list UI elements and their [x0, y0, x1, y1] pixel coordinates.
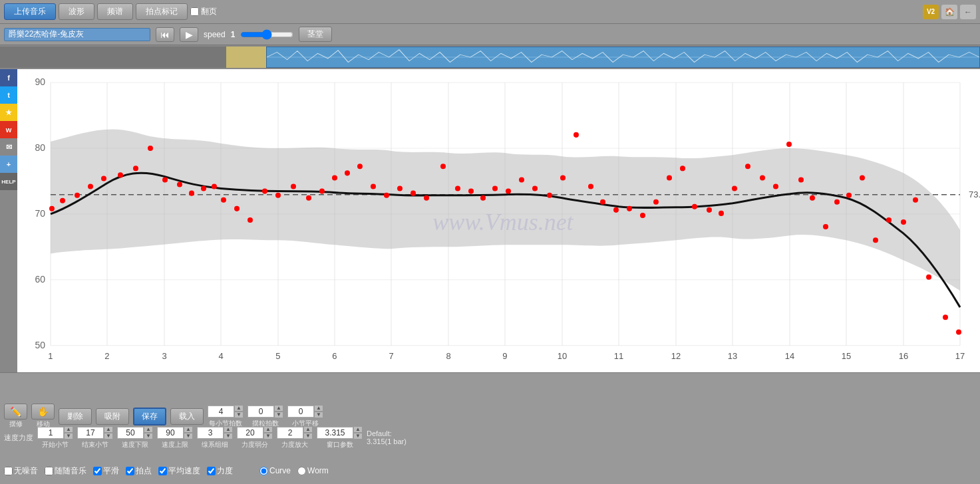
- svg-point-64: [247, 217, 253, 223]
- star-button[interactable]: ★: [0, 104, 17, 121]
- window-param-up[interactable]: ▲: [353, 426, 363, 433]
- confirm-button[interactable]: 茎堂: [299, 27, 332, 42]
- v2-icon[interactable]: V2: [923, 5, 939, 19]
- speed-high-input[interactable]: [157, 427, 184, 439]
- speed-force-label: 速度力度: [4, 433, 33, 443]
- svg-point-102: [760, 175, 765, 180]
- line-thickness-input[interactable]: [197, 427, 224, 439]
- waveform-main[interactable]: [266, 47, 980, 68]
- home-icon[interactable]: 🏠: [941, 5, 957, 19]
- svg-text:3: 3: [162, 351, 166, 361]
- force-checkbox[interactable]: [207, 467, 216, 475]
- play-button[interactable]: ▶: [180, 27, 198, 42]
- svg-point-94: [653, 199, 659, 205]
- move-button[interactable]: ✋: [31, 404, 55, 420]
- svg-text:www.Vmus.net: www.Vmus.net: [432, 209, 573, 235]
- avg-speed-checkbox[interactable]: [158, 467, 167, 475]
- facebook-button[interactable]: f: [0, 69, 17, 86]
- speed-high-down[interactable]: ▼: [184, 433, 193, 439]
- avg-speed-item[interactable]: 平均速度: [158, 465, 200, 477]
- end-bar-input[interactable]: [77, 427, 104, 439]
- song-name-input[interactable]: [4, 28, 150, 41]
- absorb-button[interactable]: 吸附: [96, 408, 129, 425]
- svg-point-106: [810, 195, 815, 201]
- spectrum-button[interactable]: 频谱: [97, 3, 133, 20]
- svg-point-109: [846, 193, 852, 198]
- speed-high-label: 速度上限: [162, 440, 188, 449]
- beats-per-bar-input[interactable]: [208, 406, 234, 418]
- speed-low-up[interactable]: ▲: [144, 426, 153, 433]
- svg-text:12: 12: [671, 351, 681, 361]
- worm-radio[interactable]: [297, 467, 306, 475]
- force-strong-up[interactable]: ▲: [303, 426, 313, 433]
- start-bar-up[interactable]: ▲: [64, 426, 73, 433]
- end-bar-down[interactable]: ▼: [104, 433, 113, 439]
- page-checkbox-label[interactable]: 翻页: [190, 6, 217, 17]
- curve-radio[interactable]: [259, 467, 268, 475]
- force-weak-input[interactable]: [237, 427, 263, 439]
- svg-point-63: [234, 206, 240, 211]
- end-bar-label: 结束小节: [82, 440, 108, 449]
- bar-shift-input[interactable]: [287, 406, 314, 418]
- smooth-item[interactable]: 平滑: [93, 465, 119, 477]
- speed-low-input[interactable]: [117, 427, 144, 439]
- random-sound-checkbox[interactable]: [45, 467, 53, 475]
- window-param-input[interactable]: [317, 427, 353, 439]
- weibo-button[interactable]: w: [0, 121, 17, 138]
- svg-point-96: [680, 166, 685, 171]
- worm-radio-label[interactable]: Worm: [297, 466, 329, 475]
- force-weak-down[interactable]: ▼: [263, 433, 273, 439]
- svg-point-79: [455, 186, 460, 191]
- random-sound-item[interactable]: 随随音乐: [45, 465, 86, 477]
- start-bar-down[interactable]: ▼: [64, 433, 73, 439]
- beat-mark-button[interactable]: 拍点标记: [136, 3, 188, 20]
- mail-button[interactable]: ✉: [0, 138, 17, 156]
- svg-text:50: 50: [35, 340, 45, 350]
- force-weak-up[interactable]: ▲: [263, 426, 273, 433]
- beats-per-bar-down[interactable]: ▼: [234, 412, 244, 418]
- load-button[interactable]: 载入: [170, 408, 204, 425]
- swing-count-down[interactable]: ▼: [274, 412, 283, 418]
- swing-count-up[interactable]: ▲: [274, 405, 283, 412]
- no-noise-checkbox[interactable]: [4, 467, 13, 475]
- swing-count-input[interactable]: [247, 406, 274, 418]
- beat-point-checkbox[interactable]: [126, 467, 134, 475]
- force-strong-input[interactable]: [277, 427, 303, 439]
- help-button[interactable]: HELP: [0, 173, 17, 190]
- bar-shift-up[interactable]: ▲: [314, 405, 323, 412]
- smooth-checkbox[interactable]: [93, 467, 102, 475]
- curve-radio-label[interactable]: Curve: [259, 466, 291, 475]
- no-noise-item[interactable]: 无噪音: [4, 465, 38, 477]
- svg-point-82: [492, 186, 498, 191]
- upload-music-button[interactable]: 上传音乐: [4, 3, 56, 20]
- plus-button[interactable]: +: [0, 156, 17, 173]
- end-bar-up[interactable]: ▲: [104, 426, 113, 433]
- force-item[interactable]: 力度: [207, 465, 233, 477]
- speed-low-down[interactable]: ▼: [144, 433, 153, 439]
- twitter-button[interactable]: t: [0, 86, 17, 104]
- top-toolbar: 上传音乐 波形 频谱 拍点标记 翻页 V2 🏠 ←: [0, 0, 980, 24]
- speed-high-up[interactable]: ▲: [184, 426, 193, 433]
- bar-shift-down[interactable]: ▼: [314, 412, 323, 418]
- prev-button[interactable]: ⏮: [156, 27, 174, 42]
- line-thickness-down[interactable]: ▼: [224, 433, 233, 439]
- waveform-button[interactable]: 波形: [59, 3, 94, 20]
- svg-text:8: 8: [446, 351, 450, 361]
- svg-text:14: 14: [785, 351, 794, 361]
- move-group: ✋ 移动: [31, 404, 55, 429]
- force-strong-down[interactable]: ▼: [303, 433, 313, 439]
- svg-point-116: [943, 314, 948, 320]
- line-thickness-up[interactable]: ▲: [224, 426, 233, 433]
- svg-point-72: [357, 164, 363, 169]
- edit-button[interactable]: ✏️: [4, 404, 27, 420]
- beat-point-item[interactable]: 拍点: [126, 465, 152, 477]
- beats-per-bar-up[interactable]: ▲: [234, 405, 244, 412]
- window-param-down[interactable]: ▼: [353, 433, 363, 439]
- speed-slider[interactable]: [240, 29, 293, 40]
- save-button[interactable]: 保存: [133, 408, 166, 425]
- start-bar-input[interactable]: [37, 427, 64, 439]
- back-icon[interactable]: ←: [960, 5, 976, 19]
- svg-text:16: 16: [899, 351, 908, 361]
- page-checkbox[interactable]: [190, 7, 199, 16]
- delete-button[interactable]: 剿除: [59, 408, 92, 425]
